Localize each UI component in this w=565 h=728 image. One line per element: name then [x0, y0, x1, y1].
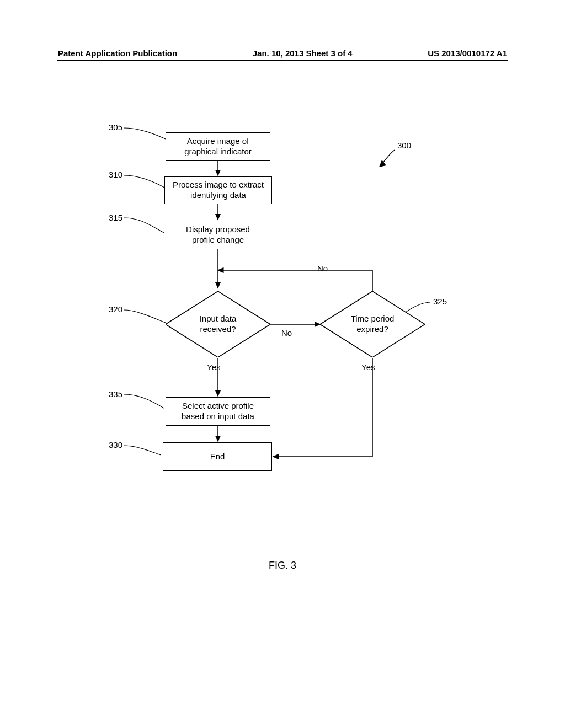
ref-320: 320: [109, 304, 122, 314]
ref-335: 335: [109, 389, 122, 399]
page-header: Patent Application Publication Jan. 10, …: [0, 49, 565, 58]
step-315-text: Display proposed profile change: [186, 224, 250, 245]
decision-320-text: Input data received?: [166, 314, 270, 335]
flowchart-connectors: [0, 105, 565, 601]
ref-310: 310: [109, 170, 122, 179]
step-310-box: Process image to extract identifying dat…: [164, 176, 272, 204]
step-305-text: Acquire image of graphical indicator: [184, 136, 252, 157]
header-rule: [57, 60, 508, 61]
step-330-text: End: [210, 452, 225, 462]
decision-325: Time period expired?: [320, 291, 425, 357]
header-center: Jan. 10, 2013 Sheet 3 of 4: [253, 49, 353, 58]
figure-caption: FIG. 3: [0, 560, 565, 571]
step-330-box: End: [163, 442, 272, 471]
step-310-text: Process image to extract identifying dat…: [173, 180, 264, 201]
ref-300: 300: [397, 141, 411, 150]
header-left: Patent Application Publication: [58, 49, 177, 58]
svg-marker-7: [379, 160, 386, 167]
step-305-box: Acquire image of graphical indicator: [166, 132, 270, 161]
edge-320-no: No: [281, 328, 292, 338]
edge-325-yes: Yes: [361, 362, 375, 372]
step-315-box: Display proposed profile change: [166, 221, 270, 249]
ref-315: 315: [109, 213, 122, 222]
ref-330: 330: [109, 440, 122, 449]
ref-305: 305: [109, 122, 122, 132]
header-right: US 2013/0010172 A1: [428, 49, 507, 58]
edge-320-yes: Yes: [207, 362, 220, 372]
ref-325: 325: [433, 297, 447, 306]
step-335-box: Select active profile based on input dat…: [166, 397, 270, 426]
decision-320: Input data received?: [166, 291, 270, 357]
edge-325-no: No: [317, 264, 328, 273]
flowchart: Acquire image of graphical indicator Pro…: [0, 105, 565, 601]
step-335-text: Select active profile based on input dat…: [182, 401, 254, 422]
decision-325-text: Time period expired?: [320, 314, 425, 335]
